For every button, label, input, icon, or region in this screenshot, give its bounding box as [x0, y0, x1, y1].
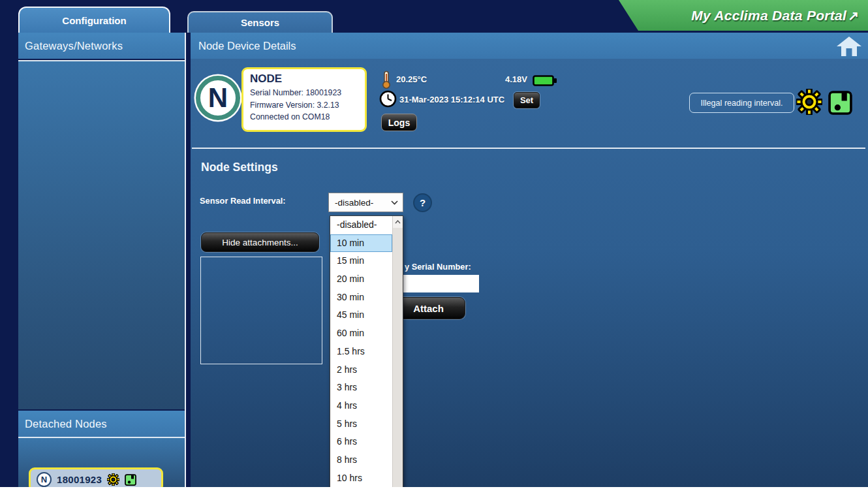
save-icon[interactable]: [828, 91, 852, 115]
node-info-box: NODE Serial Number: 18001923 Firmware Ve…: [241, 67, 367, 132]
device-datetime: 31-Mar-2023 15:12:14 UTC: [399, 95, 504, 104]
external-link-arrow-icon: ↗: [848, 8, 859, 24]
clock-icon: [379, 90, 397, 108]
logs-button[interactable]: Logs: [381, 114, 417, 131]
interval-options: -disabled- 10 min 15 min 20 min 30 min 4…: [330, 216, 392, 489]
scrollbar-up-arrow-icon[interactable]: [393, 216, 403, 228]
interval-option[interactable]: 1.5 hrs: [330, 343, 392, 361]
thermometer-icon: [381, 71, 392, 89]
sidebar: Gateways/Networks Detached Nodes N 18001…: [18, 33, 186, 487]
interval-option[interactable]: 30 min: [330, 289, 392, 307]
node-settings-gear-icon[interactable]: [107, 473, 119, 486]
sensor-read-interval-label: Sensor Read Interval:: [200, 196, 286, 206]
interval-option[interactable]: 15 min: [330, 252, 392, 270]
interval-option[interactable]: 4 hrs: [330, 397, 392, 415]
main-body: N NODE Serial Number: 18001923 Firmware …: [191, 59, 868, 487]
hide-attachments-button[interactable]: Hide attachments...: [201, 232, 319, 252]
sensor-read-interval-select[interactable]: -disabled-: [328, 193, 403, 212]
detached-nodes-label: Detached Nodes: [25, 418, 107, 430]
brand-title: My Acclima Data Portal: [691, 8, 846, 24]
detached-nodes-list: N 18001923: [18, 437, 185, 487]
battery-icon: [533, 75, 557, 86]
node-connection-line: Connected on COM18: [250, 111, 358, 123]
tab-sensors-label: Sensors: [241, 17, 279, 28]
tab-configuration[interactable]: Configuration: [18, 7, 170, 33]
gateways-networks-list[interactable]: [18, 60, 185, 409]
help-icon[interactable]: ?: [413, 193, 432, 212]
app-window: Configuration Sensors My Acclima Data Po…: [0, 0, 868, 489]
node-save-icon[interactable]: [125, 474, 136, 486]
hide-attachments-label: Hide attachments...: [222, 238, 298, 247]
node-logo-icon: N: [37, 472, 52, 487]
serial-number-label: y Serial Number:: [405, 262, 471, 272]
tab-configuration-label: Configuration: [62, 15, 126, 26]
interval-option[interactable]: 3 hrs: [330, 379, 392, 397]
node-name: NODE: [250, 72, 358, 86]
interval-option-highlighted[interactable]: 10 min: [330, 234, 392, 253]
interval-dropdown-list: -disabled- 10 min 15 min 20 min 30 min 4…: [330, 215, 403, 489]
gateways-networks-label: Gateways/Networks: [25, 40, 123, 52]
settings-gear-icon[interactable]: [796, 89, 822, 115]
detached-nodes-header: Detached Nodes: [18, 411, 185, 437]
detached-node-item[interactable]: N 18001923: [29, 467, 163, 489]
node-firmware-line: Firmware Version: 3.2.13: [250, 99, 358, 112]
attach-button-label: Attach: [413, 303, 444, 314]
home-icon[interactable]: [835, 36, 863, 57]
interval-option[interactable]: 5 hrs: [330, 415, 392, 434]
chevron-down-icon: [391, 200, 398, 205]
interval-option[interactable]: 10 hrs: [330, 469, 392, 488]
set-time-button[interactable]: Set: [514, 92, 540, 108]
main-panel: Node Device Details N NODE Serial Number…: [191, 33, 868, 487]
node-device-details-header: Node Device Details: [191, 33, 868, 59]
node-device-details-label: Node Device Details: [198, 40, 296, 52]
temperature-value: 20.25°C: [396, 74, 427, 84]
section-divider: [192, 148, 865, 149]
node-serial-line: Serial Number: 18001923: [250, 87, 358, 99]
attachments-list-box: [200, 257, 322, 364]
interval-option[interactable]: 8 hrs: [330, 451, 392, 469]
node-logo-large-icon: N: [196, 76, 240, 120]
logs-button-label: Logs: [388, 118, 410, 128]
selected-interval-value: -disabled-: [335, 198, 373, 208]
interval-option[interactable]: 2 hrs: [330, 361, 392, 379]
interval-option[interactable]: 45 min: [330, 306, 392, 324]
interval-option[interactable]: 20 min: [330, 270, 392, 289]
dropdown-scrollbar[interactable]: [392, 216, 403, 489]
gateways-networks-header: Gateways/Networks: [18, 33, 185, 59]
status-message: Illegal reading interval.: [700, 99, 783, 108]
set-button-label: Set: [520, 95, 533, 105]
node-logo-letter: N: [208, 82, 228, 114]
interval-option[interactable]: -disabled-: [330, 216, 392, 234]
node-settings-title: Node Settings: [201, 161, 278, 174]
help-label: ?: [420, 197, 426, 208]
detached-node-serial: 18001923: [57, 474, 102, 485]
tab-sensors[interactable]: Sensors: [187, 11, 333, 33]
interval-option[interactable]: 60 min: [330, 324, 392, 343]
voltage-value: 4.18V: [505, 74, 527, 84]
brand-banner[interactable]: My Acclima Data Portal ↗: [619, 0, 868, 31]
interval-option[interactable]: 6 hrs: [330, 433, 392, 451]
status-badge: Illegal reading interval.: [689, 93, 794, 113]
